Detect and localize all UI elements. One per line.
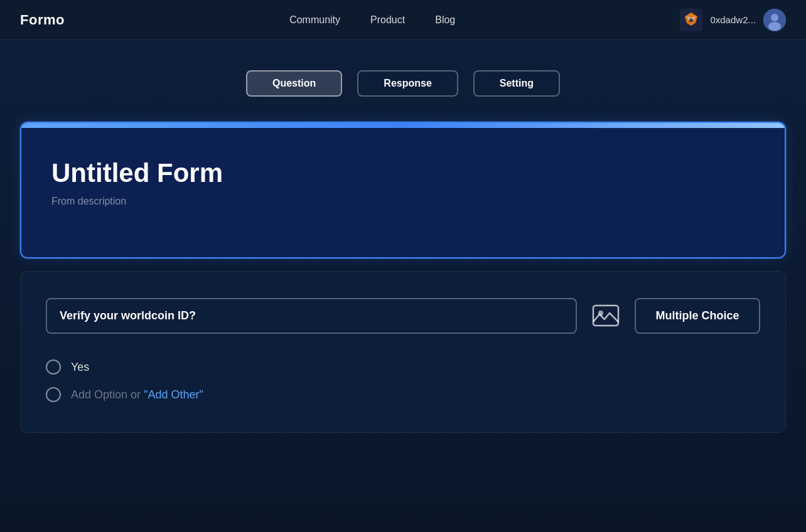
svg-point-16 xyxy=(768,22,781,31)
option-yes: Yes xyxy=(46,359,760,375)
form-title-card[interactable]: Untitled Form From description xyxy=(20,122,786,258)
radio-add[interactable] xyxy=(46,387,61,402)
metamask-icon xyxy=(680,9,702,31)
svg-point-15 xyxy=(771,14,778,21)
question-top-row: Multiple Choice xyxy=(46,297,760,334)
option-yes-label: Yes xyxy=(71,361,89,374)
image-icon xyxy=(591,301,621,331)
form-container: Untitled Form From description Multi xyxy=(20,122,786,433)
brand-logo[interactable]: Formo xyxy=(20,12,65,28)
form-description[interactable]: From description xyxy=(51,196,755,207)
nav-right: 0xdadw2... xyxy=(680,9,786,31)
tabs: Question Response Setting xyxy=(246,70,560,97)
svg-rect-17 xyxy=(593,306,618,326)
add-option-text: Add Option or xyxy=(71,388,144,401)
tab-setting[interactable]: Setting xyxy=(473,70,560,97)
title-card-body: Untitled Form From description xyxy=(21,128,785,257)
avatar-image xyxy=(763,9,786,31)
options-list: Yes Add Option or "Add Other" xyxy=(46,359,760,402)
radio-yes[interactable] xyxy=(46,359,61,375)
image-upload-button[interactable] xyxy=(587,297,625,334)
add-other-link[interactable]: "Add Other" xyxy=(144,388,203,401)
option-add-label: Add Option or "Add Other" xyxy=(71,388,203,402)
nav-blog[interactable]: Blog xyxy=(435,14,455,26)
question-type-selector[interactable]: Multiple Choice xyxy=(635,298,760,334)
form-title[interactable]: Untitled Form xyxy=(51,158,755,188)
nav-product[interactable]: Product xyxy=(370,14,405,26)
tab-response[interactable]: Response xyxy=(357,70,458,97)
title-card-top-bar xyxy=(21,123,785,128)
question-input[interactable] xyxy=(46,298,577,334)
nav-community[interactable]: Community xyxy=(289,14,340,26)
svg-point-13 xyxy=(693,18,694,19)
avatar[interactable] xyxy=(763,9,786,31)
tab-question[interactable]: Question xyxy=(246,70,342,97)
navbar: Formo Community Product Blog 0xdadw2... xyxy=(0,0,806,40)
nav-links: Community Product Blog xyxy=(289,14,455,26)
main-content: Question Response Setting Untitled Form … xyxy=(0,40,806,532)
question-card: Multiple Choice Yes Add Option or "Add O… xyxy=(20,271,786,433)
wallet-address[interactable]: 0xdadw2... xyxy=(710,14,756,25)
option-add: Add Option or "Add Other" xyxy=(46,387,760,402)
svg-point-12 xyxy=(689,18,690,19)
